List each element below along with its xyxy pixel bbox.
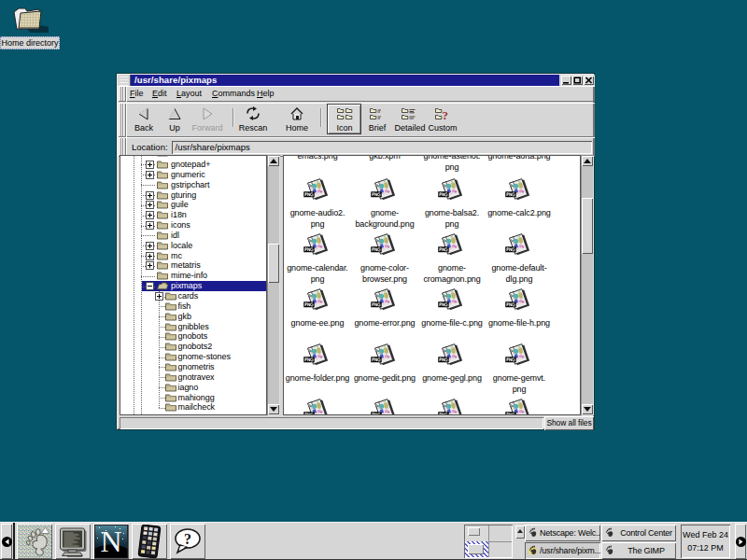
svg-text:N: N: [100, 525, 121, 558]
svg-text:?: ?: [443, 107, 449, 121]
svg-text:?: ?: [184, 531, 191, 547]
